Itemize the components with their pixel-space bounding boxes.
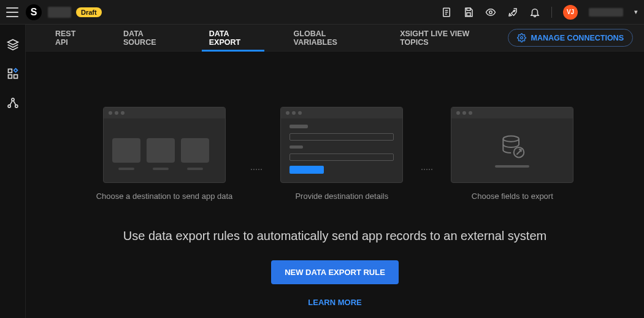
card-destination: Choose a destination to send app data (96, 107, 233, 201)
card-destination-illustration (103, 107, 226, 183)
tab-data-source[interactable]: DATA SOURCE (105, 25, 191, 52)
card-details: Provide destination details (280, 107, 403, 201)
preview-icon[interactable] (485, 7, 496, 18)
svg-rect-4 (467, 8, 470, 10)
svg-marker-12 (13, 69, 17, 72)
chevron-down-icon[interactable]: ▾ (634, 8, 638, 16)
bell-icon[interactable] (529, 7, 540, 18)
document-icon[interactable] (441, 7, 452, 18)
card-destination-caption: Choose a destination to send app data (96, 192, 233, 201)
gear-icon (517, 33, 526, 42)
manage-connections-button[interactable]: MANAGE CONNECTIONS (508, 29, 633, 47)
learn-more-link[interactable]: LEARN MORE (308, 298, 361, 307)
new-data-export-rule-button[interactable]: NEW DATA EXPORT RULE (271, 260, 399, 284)
nodes-icon[interactable] (7, 97, 19, 109)
rocket-icon[interactable] (507, 7, 518, 18)
manage-connections-label: MANAGE CONNECTIONS (531, 34, 624, 42)
topbar: S Draft VJ ▾ (0, 0, 644, 25)
database-export-icon (499, 133, 526, 160)
svg-rect-5 (467, 12, 470, 15)
card-fields-illustration (451, 107, 573, 183)
svg-point-13 (11, 98, 13, 101)
svg-rect-9 (8, 69, 12, 73)
tab-xsight-topics[interactable]: XSIGHT LIVE VIEW TOPICS (381, 25, 507, 52)
card-fields-caption: Choose fields to export (472, 192, 553, 201)
app-name-placeholder (48, 7, 71, 18)
content: Choose a destination to send app data (26, 52, 644, 318)
app-logo[interactable]: S (26, 4, 42, 20)
menu-icon[interactable] (6, 7, 18, 17)
svg-point-6 (489, 10, 493, 14)
widgets-icon[interactable] (7, 68, 19, 80)
card-fields: Choose fields to export (451, 107, 573, 201)
onboarding-cards: Choose a destination to send app data (96, 107, 574, 201)
layers-icon[interactable] (7, 38, 19, 50)
tab-rest-api[interactable]: REST API (37, 25, 105, 52)
svg-point-16 (520, 37, 523, 39)
tab-data-export[interactable]: DATA EXPORT (191, 25, 275, 52)
username-placeholder (589, 8, 623, 17)
tab-global-variables[interactable]: GLOBAL VARIABLES (275, 25, 382, 52)
draft-badge: Draft (76, 7, 102, 17)
main-panel: REST API DATA SOURCE DATA EXPORT GLOBAL … (26, 25, 644, 318)
avatar[interactable]: VJ (563, 5, 578, 20)
svg-point-17 (504, 136, 519, 142)
connector (251, 169, 262, 170)
svg-rect-11 (13, 75, 17, 79)
separator (551, 7, 552, 18)
tabbar: REST API DATA SOURCE DATA EXPORT GLOBAL … (26, 25, 644, 52)
svg-marker-8 (7, 40, 18, 45)
save-icon[interactable] (463, 7, 474, 18)
side-rail (0, 25, 26, 318)
headline: Use data export rules to automatically s… (123, 229, 546, 243)
svg-rect-10 (8, 75, 12, 79)
connector (421, 169, 432, 170)
card-details-caption: Provide destination details (295, 192, 388, 201)
topbar-actions: VJ ▾ (441, 5, 638, 20)
card-details-illustration (280, 107, 403, 183)
